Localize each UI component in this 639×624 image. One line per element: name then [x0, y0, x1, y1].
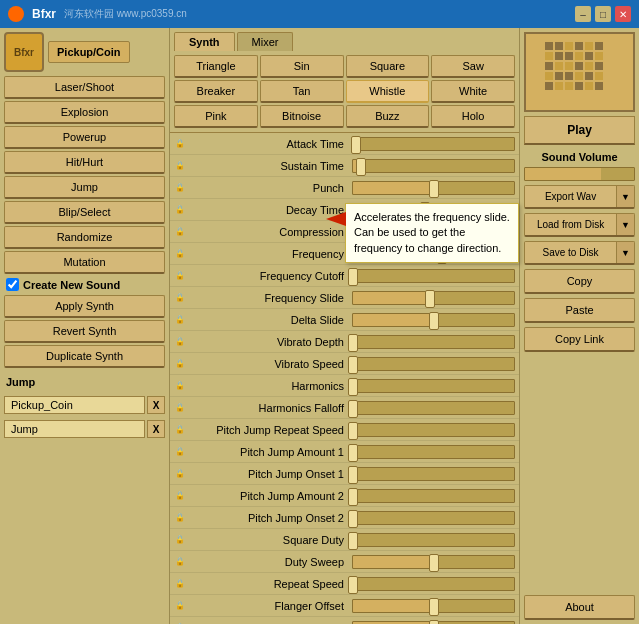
wave-whistle[interactable]: Whistle — [346, 80, 430, 103]
param-lock-icon[interactable]: 🔒 — [172, 224, 188, 240]
param-lock-icon[interactable]: 🔒 — [172, 334, 188, 350]
param-lock-icon[interactable]: 🔒 — [172, 422, 188, 438]
param-slider[interactable] — [352, 511, 515, 525]
load-from-disk-arrow[interactable]: ▼ — [616, 214, 634, 235]
param-slider[interactable] — [352, 357, 515, 371]
param-slider-thumb[interactable] — [348, 268, 358, 286]
param-lock-icon[interactable]: 🔒 — [172, 488, 188, 504]
param-lock-icon[interactable]: 🔒 — [172, 158, 188, 174]
about-button[interactable]: About — [524, 595, 635, 620]
close-button[interactable]: ✕ — [615, 6, 631, 22]
apply-synth-button[interactable]: Apply Synth — [4, 295, 165, 318]
param-lock-icon[interactable]: 🔒 — [172, 466, 188, 482]
param-lock-icon[interactable]: 🔒 — [172, 312, 188, 328]
param-slider[interactable] — [352, 445, 515, 459]
sound-item-remove[interactable]: X — [147, 396, 165, 414]
nav-hithurt[interactable]: Hit/Hurt — [4, 151, 165, 174]
param-slider[interactable] — [352, 137, 515, 151]
tab-synth[interactable]: Synth — [174, 32, 235, 51]
param-lock-icon[interactable]: 🔒 — [172, 620, 188, 625]
nav-laser-shoot[interactable]: Laser/Shoot — [4, 76, 165, 99]
nav-jump[interactable]: Jump — [4, 176, 165, 199]
copy-button[interactable]: Copy — [524, 269, 635, 294]
param-slider-thumb[interactable] — [356, 158, 366, 176]
param-slider-thumb[interactable] — [348, 576, 358, 594]
sound-item-remove[interactable]: X — [147, 420, 165, 438]
param-slider[interactable] — [352, 555, 515, 569]
export-wav-button[interactable]: Export Wav — [525, 186, 616, 207]
param-slider[interactable] — [352, 401, 515, 415]
param-lock-icon[interactable]: 🔒 — [172, 444, 188, 460]
param-slider-thumb[interactable] — [348, 510, 358, 528]
duplicate-synth-button[interactable]: Duplicate Synth — [4, 345, 165, 368]
maximize-button[interactable]: □ — [595, 6, 611, 22]
tab-mixer[interactable]: Mixer — [237, 32, 294, 51]
save-to-disk-button[interactable]: Save to Disk — [525, 242, 616, 263]
param-slider-thumb[interactable] — [429, 620, 439, 625]
param-lock-icon[interactable]: 🔒 — [172, 290, 188, 306]
wave-white[interactable]: White — [431, 80, 515, 103]
param-slider-thumb[interactable] — [348, 400, 358, 418]
paste-button[interactable]: Paste — [524, 298, 635, 323]
play-button[interactable]: Play — [524, 116, 635, 145]
param-lock-icon[interactable]: 🔒 — [172, 532, 188, 548]
wave-holo[interactable]: Holo — [431, 105, 515, 128]
param-slider[interactable] — [352, 159, 515, 173]
revert-synth-button[interactable]: Revert Synth — [4, 320, 165, 343]
wave-saw[interactable]: Saw — [431, 55, 515, 78]
param-lock-icon[interactable]: 🔒 — [172, 180, 188, 196]
export-wav-arrow[interactable]: ▼ — [616, 186, 634, 207]
param-slider-thumb[interactable] — [429, 554, 439, 572]
param-slider-thumb[interactable] — [348, 378, 358, 396]
param-lock-icon[interactable]: 🔒 — [172, 202, 188, 218]
nav-randomize[interactable]: Randomize — [4, 226, 165, 249]
wave-buzz[interactable]: Buzz — [346, 105, 430, 128]
wave-pink[interactable]: Pink — [174, 105, 258, 128]
param-lock-icon[interactable]: 🔒 — [172, 246, 188, 262]
param-slider-thumb[interactable] — [348, 444, 358, 462]
param-lock-icon[interactable]: 🔒 — [172, 554, 188, 570]
nav-blip-select[interactable]: Blip/Select — [4, 201, 165, 224]
param-slider[interactable] — [352, 467, 515, 481]
wave-sin[interactable]: Sin — [260, 55, 344, 78]
param-slider[interactable] — [352, 379, 515, 393]
param-slider-thumb[interactable] — [348, 334, 358, 352]
param-slider-thumb[interactable] — [348, 466, 358, 484]
param-slider[interactable] — [352, 599, 515, 613]
volume-slider[interactable] — [524, 167, 635, 181]
param-slider[interactable] — [352, 269, 515, 283]
minimize-button[interactable]: – — [575, 6, 591, 22]
param-slider-thumb[interactable] — [429, 312, 439, 330]
wave-tan[interactable]: Tan — [260, 80, 344, 103]
save-to-disk-arrow[interactable]: ▼ — [616, 242, 634, 263]
param-lock-icon[interactable]: 🔒 — [172, 510, 188, 526]
copy-link-button[interactable]: Copy Link — [524, 327, 635, 352]
param-lock-icon[interactable]: 🔒 — [172, 400, 188, 416]
param-slider[interactable] — [352, 313, 515, 327]
param-slider[interactable] — [352, 577, 515, 591]
wave-bitnoise[interactable]: Bitnoise — [260, 105, 344, 128]
param-slider-thumb[interactable] — [429, 598, 439, 616]
param-slider-thumb[interactable] — [429, 180, 439, 198]
param-slider-thumb[interactable] — [425, 290, 435, 308]
param-slider[interactable] — [352, 621, 515, 625]
load-from-disk-button[interactable]: Load from Disk — [525, 214, 616, 235]
wave-triangle[interactable]: Triangle — [174, 55, 258, 78]
param-lock-icon[interactable]: 🔒 — [172, 378, 188, 394]
wave-breaker[interactable]: Breaker — [174, 80, 258, 103]
param-slider[interactable] — [352, 291, 515, 305]
param-slider[interactable] — [352, 423, 515, 437]
param-lock-icon[interactable]: 🔒 — [172, 268, 188, 284]
wave-square[interactable]: Square — [346, 55, 430, 78]
param-lock-icon[interactable]: 🔒 — [172, 356, 188, 372]
param-slider-thumb[interactable] — [351, 136, 361, 154]
param-slider[interactable] — [352, 533, 515, 547]
param-slider[interactable] — [352, 335, 515, 349]
param-slider-thumb[interactable] — [348, 488, 358, 506]
param-lock-icon[interactable]: 🔒 — [172, 598, 188, 614]
param-slider-thumb[interactable] — [348, 422, 358, 440]
param-slider-thumb[interactable] — [348, 532, 358, 550]
nav-powerup[interactable]: Powerup — [4, 126, 165, 149]
param-slider-thumb[interactable] — [348, 356, 358, 374]
nav-explosion[interactable]: Explosion — [4, 101, 165, 124]
